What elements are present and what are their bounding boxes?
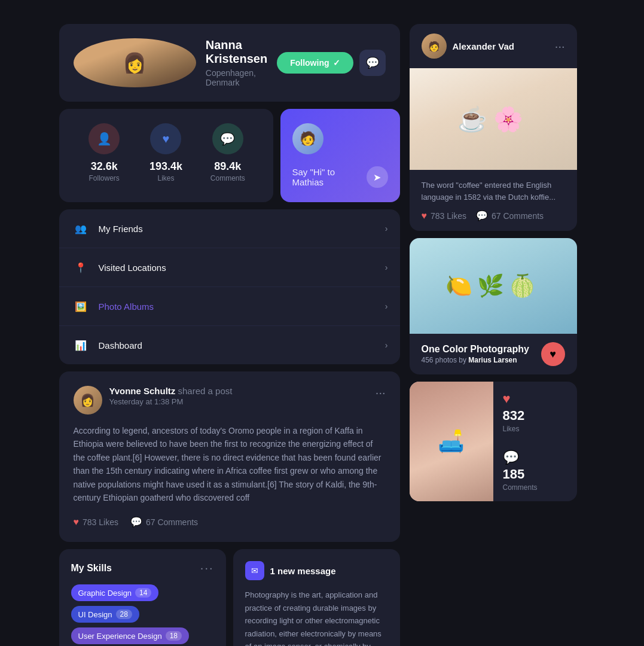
say-hi-action: Say "Hi" to Mathias ➤ (292, 166, 388, 188)
post-footer: ♥ 783 Likes 💬 67 Comments (74, 516, 386, 528)
dashboard-chevron-icon: › (385, 340, 388, 350)
room-card: ♥ 832 Likes 💬 185 Comments (410, 382, 577, 501)
right-likes-count: 783 Likes (431, 211, 466, 221)
profile-card: 👩 Nanna Kristensen Copenhagen, Denmark F… (59, 24, 400, 102)
comment-icon: 💬 (130, 516, 142, 528)
menu-item-locations[interactable]: 📍 Visited Locations › (59, 248, 400, 287)
skill-ux-design-label: User Experience Design (78, 632, 162, 641)
check-icon: ✓ (333, 58, 340, 68)
stats-card: 👤 32.6k Followers ♥ 193.4k Likes 💬 89.4k… (59, 109, 273, 202)
comments-value: 89.4k (197, 160, 258, 173)
skill-graphic-design-label: Graphic Design (78, 589, 132, 598)
albums-chevron-icon: › (385, 301, 388, 311)
post-likes-count: 783 Likes (83, 517, 118, 527)
likes-icon: ♥ (150, 123, 181, 154)
room-likes-stat: ♥ 832 Likes (503, 391, 567, 433)
heart-icon: ♥ (74, 517, 80, 528)
say-hi-button[interactable]: ➤ (367, 166, 387, 188)
album-author: Marius Larsen (468, 356, 517, 364)
message-badge-icon: ✉ (245, 561, 264, 580)
likes-stat: ♥ 193.4k Likes (135, 123, 197, 188)
right-post-text: The word "coffee" entered the English la… (422, 179, 565, 203)
skill-ui-design-label: UI Design (78, 610, 112, 619)
album-sub-prefix: 456 photos by (422, 356, 469, 364)
post-comments: 💬 67 Comments (130, 516, 198, 528)
room-likes-label: Likes (503, 425, 520, 433)
post-author-name: Yvonne Schultz (109, 386, 176, 396)
album-heart-button[interactable]: ♥ (541, 342, 565, 366)
say-hi-user: 🧑 (292, 123, 388, 154)
comments-stat: 💬 89.4k Comments (197, 123, 258, 188)
right-post-more-button[interactable]: ··· (555, 39, 565, 53)
skills-more-button[interactable]: ··· (200, 561, 214, 575)
profile-name: Nanna Kristensen (206, 38, 267, 66)
photo-album-card: One Color Photography 456 photos by Mari… (410, 238, 577, 374)
message-count: 1 new message (270, 566, 336, 576)
skills-title: My Skills (71, 563, 112, 574)
post-card: 👩 Yvonne Schultz shared a post Yesterday… (59, 371, 400, 542)
message-icon: 💬 (366, 56, 379, 69)
post-time: Yesterday at 1:38 PM (109, 397, 376, 406)
album-subtitle: 456 photos by Marius Larsen (422, 356, 529, 364)
avatar: 👩 (74, 38, 196, 87)
room-comment-icon: 💬 (503, 450, 519, 465)
room-comments-label: Comments (503, 483, 538, 492)
room-comments-stat: 💬 185 Comments (503, 450, 567, 492)
right-post-comments: 💬 67 Comments (476, 210, 544, 221)
post-author-avatar: 👩 (74, 386, 102, 415)
message-card: ✉ 1 new message Photography is the art, … (233, 549, 400, 646)
following-button[interactable]: Following ✓ (277, 52, 353, 74)
post-action: shared a post (178, 386, 233, 396)
room-image (410, 382, 493, 501)
post-likes: ♥ 783 Likes (74, 517, 118, 528)
right-comment-icon: 💬 (476, 210, 488, 221)
room-comments-count: 185 (503, 467, 525, 482)
skill-ux-design-count: 18 (166, 631, 182, 641)
right-post-likes: ♥ 783 Likes (422, 211, 466, 221)
room-stats: ♥ 832 Likes 💬 185 Comments (493, 382, 577, 501)
friends-chevron-icon: › (385, 224, 388, 233)
menu-item-friends[interactable]: 👥 My Friends › (59, 209, 400, 248)
skill-ui-design[interactable]: UI Design 28 (71, 606, 139, 623)
say-hi-card: 🧑 Say "Hi" to Mathias ➤ (280, 109, 400, 202)
room-likes-count: 832 (503, 408, 525, 423)
message-body: Photography is the art, application and … (245, 589, 388, 646)
skills-card: My Skills ··· Graphic Design 14 UI Desig… (59, 549, 226, 646)
right-post-image (410, 68, 577, 170)
album-icon: 🖼️ (71, 297, 90, 316)
skill-ui-design-count: 28 (116, 610, 132, 619)
likes-value: 193.4k (135, 160, 197, 173)
room-heart-icon: ♥ (503, 391, 511, 407)
skill-graphic-design[interactable]: Graphic Design 14 (71, 584, 159, 601)
followers-value: 32.6k (74, 160, 135, 173)
post-more-button[interactable]: ··· (376, 386, 386, 400)
albums-label: Photo Albums (99, 301, 385, 312)
skills-tags: Graphic Design 14 UI Design 28 User Expe… (71, 584, 214, 646)
likes-label: Likes (135, 174, 197, 182)
right-author-name: Alexander Vad (453, 41, 514, 51)
friends-icon: 👥 (71, 219, 90, 238)
album-title: One Color Photography (422, 344, 529, 355)
dashboard-label: Dashboard (99, 340, 385, 351)
friends-label: My Friends (99, 224, 385, 234)
right-heart-icon: ♥ (422, 211, 428, 221)
message-button[interactable]: 💬 (359, 50, 386, 76)
profile-location: Copenhagen, Denmark (206, 68, 267, 87)
followers-icon: 👤 (88, 123, 120, 154)
followers-stat: 👤 32.6k Followers (74, 123, 135, 188)
dashboard-icon: 📊 (71, 336, 90, 355)
profile-info: Nanna Kristensen Copenhagen, Denmark (206, 38, 267, 87)
following-label: Following (290, 58, 329, 68)
skill-ux-design[interactable]: User Experience Design 18 (71, 627, 190, 644)
location-icon: 📍 (71, 258, 90, 277)
locations-chevron-icon: › (385, 263, 388, 272)
right-author-avatar: 🧑 (422, 33, 447, 59)
profile-actions: Following ✓ 💬 (277, 50, 385, 76)
locations-label: Visited Locations (99, 263, 385, 273)
menu-item-albums[interactable]: 🖼️ Photo Albums › (59, 287, 400, 326)
say-hi-text: Say "Hi" to Mathias (292, 167, 367, 187)
comments-icon: 💬 (212, 123, 243, 154)
say-hi-avatar: 🧑 (292, 123, 323, 154)
menu-item-dashboard[interactable]: 📊 Dashboard › (59, 326, 400, 364)
right-post-card: 🧑 Alexander Vad ··· The word "coffee" en… (410, 24, 577, 231)
